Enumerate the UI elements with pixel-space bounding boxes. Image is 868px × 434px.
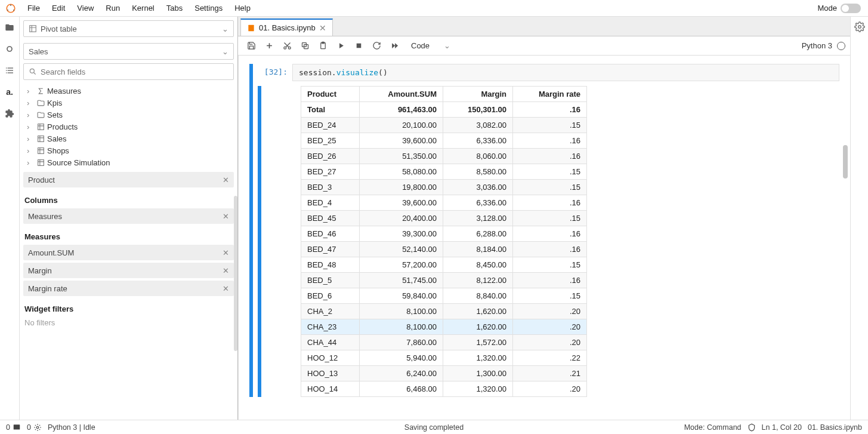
table-row[interactable]: CHA_238,100.001,620.00.20	[301, 319, 587, 335]
toc-icon[interactable]	[2, 63, 17, 78]
atoti-icon[interactable]: a.	[2, 85, 17, 99]
kernel-status-indicator[interactable]	[837, 42, 845, 50]
scrollbar-thumb[interactable]	[843, 145, 848, 178]
field-chip[interactable]: Margin✕	[23, 263, 234, 278]
code-cell[interactable]: [32]: session.visualize() ProductAmount.…	[249, 64, 839, 397]
run-all-button[interactable]	[386, 38, 403, 54]
column-header[interactable]: Amount.SUM	[360, 87, 443, 102]
table-row[interactable]: BED_4639,300.006,288.00.16	[301, 226, 587, 242]
notebook-tab[interactable]: 01. Basics.ipynb ✕	[240, 19, 333, 36]
table-row[interactable]: BED_551,745.008,122.00.16	[301, 273, 587, 288]
kernels-count[interactable]: 0	[27, 423, 42, 432]
scrollbar-thumb[interactable]	[234, 196, 237, 351]
table-row[interactable]: BED_4857,200.008,450.00.15	[301, 257, 587, 273]
table-row[interactable]: CHA_28,100.001,620.00.20	[301, 304, 587, 319]
cell-type-select[interactable]: Code ⌄	[409, 39, 455, 53]
svg-point-4	[7, 47, 12, 51]
kernel-status[interactable]: Python 3 | Idle	[48, 423, 95, 432]
property-inspector-icon[interactable]	[854, 21, 865, 32]
close-tab-icon[interactable]: ✕	[319, 23, 326, 33]
terminals-count[interactable]: 0	[6, 423, 21, 432]
copy-button[interactable]	[296, 38, 313, 54]
search-input[interactable]	[41, 67, 228, 76]
value-cell: .15	[513, 257, 587, 273]
table-row[interactable]: HOO_136,240.001,300.00.21	[301, 366, 587, 381]
menu-run[interactable]: Run	[100, 1, 126, 15]
cube-select[interactable]: Sales ⌄	[23, 43, 234, 60]
remove-chip-icon[interactable]: ✕	[223, 248, 229, 257]
table-row[interactable]: BED_4520,400.003,128.00.15	[301, 211, 587, 226]
table-row[interactable]: BED_439,600.006,336.00.16	[301, 195, 587, 211]
table-row[interactable]: CHA_447,860.001,572.00.20	[301, 335, 587, 350]
value-cell: .15	[513, 288, 587, 304]
notebook-body[interactable]: [32]: session.visualize() ProductAmount.…	[238, 56, 850, 420]
mode-toggle[interactable]	[841, 4, 861, 13]
right-sidebar	[850, 17, 868, 420]
tree-item[interactable]: ›Source Simulation	[23, 156, 234, 168]
trust-icon[interactable]	[747, 423, 756, 432]
notebook-area: 01. Basics.ipynb ✕ Code ⌄ Python 3	[238, 17, 850, 420]
table-row[interactable]: BED_2758,080.008,580.00.15	[301, 164, 587, 180]
save-status: Saving completed	[404, 423, 464, 432]
value-cell: 51,745.00	[360, 273, 443, 288]
tree-item[interactable]: ›Kpis	[23, 97, 234, 109]
value-cell: .16	[513, 242, 587, 257]
restart-button[interactable]	[368, 38, 385, 54]
add-cell-button[interactable]	[261, 38, 277, 54]
tab-title: 01. Basics.ipynb	[259, 23, 316, 32]
tree-item[interactable]: ›Products	[23, 121, 234, 133]
remove-chip-icon[interactable]: ✕	[223, 212, 229, 221]
table-row[interactable]: BED_2539,600.006,336.00.16	[301, 133, 587, 149]
pivot-table[interactable]: ProductAmount.SUMMarginMargin rateTotal9…	[301, 86, 587, 397]
product-cell: BED_4	[301, 195, 360, 211]
column-header[interactable]: Margin	[443, 87, 512, 102]
table-row[interactable]: HOO_146,468.001,320.00.20	[301, 381, 587, 397]
kernel-name[interactable]: Python 3	[802, 41, 832, 50]
table-row[interactable]: BED_2651,350.008,060.00.16	[301, 149, 587, 164]
widget-type-select[interactable]: Pivot table ⌄	[23, 20, 234, 37]
menu-edit[interactable]: Edit	[46, 1, 71, 15]
tree-item[interactable]: ›Sets	[23, 109, 234, 121]
tree-item[interactable]: ›Sales	[23, 133, 234, 144]
current-file[interactable]: 01. Basics.ipynb	[808, 423, 862, 432]
filebrowser-icon[interactable]	[2, 20, 17, 35]
search-fields[interactable]	[23, 63, 234, 80]
tree-item-label: Sets	[47, 110, 63, 119]
table-row[interactable]: BED_659,840.008,840.00.15	[301, 288, 587, 304]
menu-tabs[interactable]: Tabs	[160, 1, 189, 15]
cursor-position[interactable]: Ln 1, Col 20	[762, 423, 802, 432]
run-button[interactable]	[332, 38, 349, 54]
menu-help[interactable]: Help	[228, 1, 257, 15]
table-row[interactable]: BED_319,800.003,036.00.15	[301, 180, 587, 195]
tree-item[interactable]: ›Shops	[23, 144, 234, 156]
notebook-mode[interactable]: Mode: Command	[684, 423, 742, 432]
remove-chip-icon[interactable]: ✕	[223, 266, 229, 275]
save-button[interactable]	[243, 38, 260, 54]
table-row[interactable]: HOO_125,940.001,320.00.22	[301, 350, 587, 366]
remove-chip-icon[interactable]: ✕	[223, 284, 229, 293]
remove-chip-icon[interactable]: ✕	[223, 176, 229, 184]
rows-chip[interactable]: Product ✕	[23, 172, 234, 187]
stop-button[interactable]	[350, 38, 367, 54]
table-row[interactable]: BED_2420,100.003,082.00.15	[301, 118, 587, 133]
field-chip[interactable]: Margin rate✕	[23, 281, 234, 296]
table-row[interactable]: BED_4752,140.008,184.00.16	[301, 242, 587, 257]
field-chip[interactable]: Amount.SUM✕	[23, 245, 234, 260]
field-chip[interactable]: Measures✕	[23, 208, 234, 224]
value-cell: 6,240.00	[360, 366, 443, 381]
folder-icon	[35, 111, 46, 119]
product-cell: CHA_44	[301, 335, 360, 350]
table-row[interactable]: Total961,463.00150,301.00.16	[301, 102, 587, 118]
tree-item[interactable]: ›Measures	[23, 85, 234, 97]
paste-button[interactable]	[314, 38, 331, 54]
menu-file[interactable]: File	[21, 1, 46, 15]
cut-button[interactable]	[279, 38, 295, 54]
column-header[interactable]: Product	[301, 87, 360, 102]
extensions-icon[interactable]	[2, 106, 17, 121]
code-editor[interactable]: session.visualize()	[292, 64, 839, 81]
menu-kernel[interactable]: Kernel	[126, 1, 160, 15]
column-header[interactable]: Margin rate	[513, 87, 587, 102]
menu-settings[interactable]: Settings	[189, 1, 228, 15]
menu-view[interactable]: View	[71, 1, 100, 15]
running-icon[interactable]	[2, 42, 17, 56]
